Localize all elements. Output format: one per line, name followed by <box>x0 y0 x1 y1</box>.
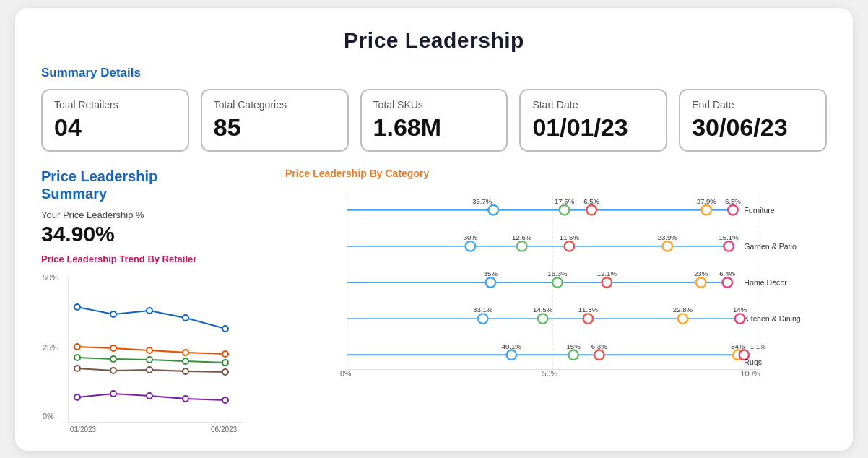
card-label: Total Retailers <box>54 99 172 111</box>
svg-point-70 <box>696 277 706 288</box>
svg-text:25%: 25% <box>43 343 58 352</box>
svg-text:Home Décor: Home Décor <box>744 277 787 286</box>
svg-point-27 <box>74 394 80 400</box>
svg-point-82 <box>678 314 688 324</box>
trend-svg: 50% 25% 0% 01/2023 06/2023 <box>41 267 251 433</box>
svg-text:11.5%: 11.5% <box>560 233 580 241</box>
svg-text:0%: 0% <box>340 369 352 378</box>
svg-point-42 <box>560 204 570 215</box>
svg-point-80 <box>583 314 594 324</box>
svg-text:12.6%: 12.6% <box>512 233 532 241</box>
lower-section: Price LeadershipSummary Your Price Leade… <box>41 168 827 433</box>
svg-text:17.5%: 17.5% <box>555 197 575 205</box>
svg-point-24 <box>147 367 152 373</box>
svg-point-10 <box>183 315 188 321</box>
svg-text:6.5%: 6.5% <box>583 197 599 205</box>
svg-point-15 <box>183 350 188 355</box>
trend-chart: 50% 25% 0% 01/2023 06/2023 <box>41 267 251 433</box>
svg-point-64 <box>486 277 496 288</box>
svg-text:6.5%: 6.5% <box>725 197 741 205</box>
svg-point-72 <box>722 277 732 288</box>
svg-text:16.3%: 16.3% <box>547 269 568 277</box>
svg-point-60 <box>724 241 734 251</box>
svg-text:35.7%: 35.7% <box>472 197 492 205</box>
svg-point-76 <box>478 314 488 324</box>
summary-label: Summary Details <box>41 66 827 80</box>
pl-pct-label: Your Price Leadership % <box>41 209 265 220</box>
svg-point-66 <box>552 277 563 288</box>
svg-point-68 <box>602 277 612 288</box>
svg-text:34%: 34% <box>731 342 745 350</box>
svg-text:33.1%: 33.1% <box>473 306 493 314</box>
svg-point-92 <box>594 350 604 360</box>
summary-card-1: Total Categories 85 <box>201 89 349 152</box>
svg-text:22.8%: 22.8% <box>673 306 693 314</box>
svg-point-90 <box>568 350 578 360</box>
svg-point-84 <box>735 314 745 324</box>
svg-point-48 <box>728 204 738 215</box>
svg-text:35%: 35% <box>484 269 498 277</box>
card-label: End Date <box>692 99 810 111</box>
trend-title: Price Leadership Trend By Retailer <box>41 254 265 264</box>
pl-pct-value: 34.90% <box>41 222 265 246</box>
right-panel: Price Leadership By Category 0% 50% 100% <box>285 168 827 433</box>
svg-point-11 <box>222 326 228 332</box>
summary-card-3: Start Date 01/01/23 <box>519 89 667 152</box>
svg-point-23 <box>110 368 116 373</box>
svg-point-88 <box>507 350 517 360</box>
svg-text:01/2023: 01/2023 <box>70 425 97 433</box>
svg-text:Kitchen & Dining: Kitchen & Dining <box>744 314 800 323</box>
card-value: 04 <box>54 113 172 142</box>
card-label: Total Categories <box>214 99 331 111</box>
svg-point-52 <box>466 241 476 251</box>
summary-card-0: Total Retailers 04 <box>41 89 189 152</box>
card-label: Total SKUs <box>373 99 491 111</box>
svg-text:27.9%: 27.9% <box>697 197 717 205</box>
svg-text:15.1%: 15.1% <box>719 233 739 241</box>
card-value: 1.68M <box>373 113 491 142</box>
svg-point-12 <box>74 344 80 350</box>
svg-text:14.5%: 14.5% <box>533 306 553 314</box>
svg-text:40.1%: 40.1% <box>502 342 522 350</box>
svg-point-78 <box>538 314 548 324</box>
svg-point-56 <box>565 241 575 251</box>
summary-card-4: End Date 30/06/23 <box>679 89 827 152</box>
category-chart: 0% 50% 100% 35.7% <box>285 185 827 380</box>
svg-point-54 <box>517 241 527 251</box>
category-svg: 0% 50% 100% 35.7% <box>285 185 827 380</box>
svg-point-22 <box>74 366 80 371</box>
svg-text:100%: 100% <box>741 369 761 378</box>
svg-text:15%: 15% <box>566 342 581 350</box>
svg-text:30%: 30% <box>464 233 478 241</box>
svg-text:11.3%: 11.3% <box>578 306 599 314</box>
svg-point-46 <box>702 204 712 215</box>
main-card: Price Leadership Summary Details Total R… <box>15 8 853 451</box>
card-value: 85 <box>214 113 331 142</box>
svg-point-25 <box>183 368 188 374</box>
svg-point-9 <box>147 308 152 314</box>
summary-card-2: Total SKUs 1.68M <box>360 89 508 152</box>
card-value: 30/06/23 <box>692 113 810 142</box>
svg-point-58 <box>663 241 673 251</box>
svg-point-13 <box>110 345 116 351</box>
svg-point-31 <box>222 397 228 403</box>
svg-point-40 <box>488 204 498 215</box>
pl-summary-title: Price LeadershipSummary <box>41 168 265 202</box>
svg-text:23%: 23% <box>694 269 708 277</box>
left-panel: Price LeadershipSummary Your Price Leade… <box>41 168 265 433</box>
svg-point-29 <box>147 393 152 399</box>
svg-point-17 <box>74 355 80 360</box>
card-value: 01/01/23 <box>532 113 650 142</box>
svg-point-18 <box>110 356 116 362</box>
svg-point-8 <box>110 311 116 317</box>
svg-text:12.1%: 12.1% <box>597 269 617 277</box>
svg-point-28 <box>110 391 116 397</box>
svg-point-21 <box>222 360 228 366</box>
svg-point-44 <box>586 204 596 215</box>
svg-point-19 <box>147 357 152 363</box>
svg-text:23.9%: 23.9% <box>658 233 678 241</box>
svg-point-20 <box>183 358 188 364</box>
svg-text:50%: 50% <box>542 369 558 378</box>
card-label: Start Date <box>532 99 650 111</box>
summary-cards: Total Retailers 04Total Categories 85Tot… <box>41 89 827 152</box>
